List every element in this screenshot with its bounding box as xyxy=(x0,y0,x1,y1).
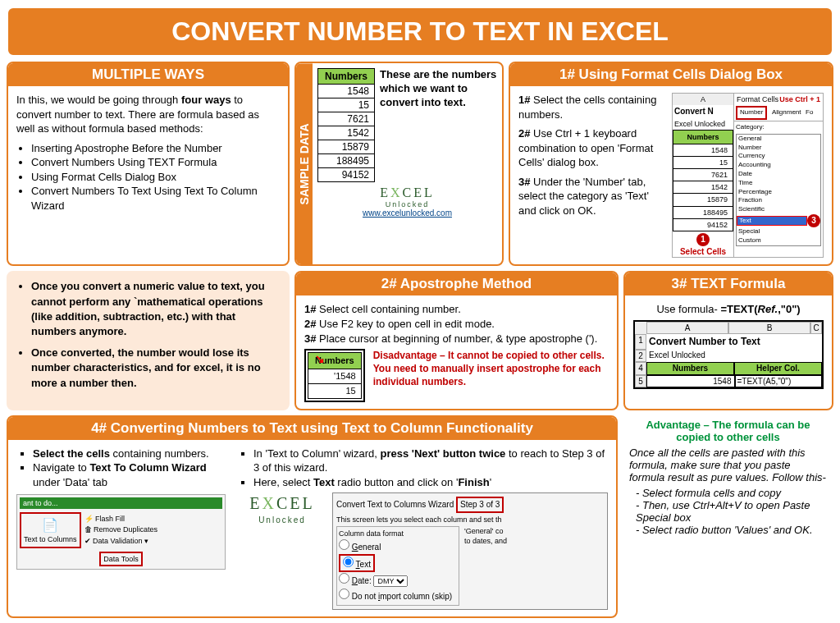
method-4-box: 4# Converting Numbers to Text using Text… xyxy=(7,415,618,618)
way-item: Inserting Apostrophe Before the Number xyxy=(31,141,280,156)
sample-table: Numbers 1548 15 7621 1542 15879 188495 9… xyxy=(317,68,375,182)
excel-unlocked-logo: EXCEL Unlocked www.excelunlocked.com xyxy=(317,186,497,218)
note-item: Once you convert a numeric value to text… xyxy=(31,279,280,339)
method-3-tail: Once all the cells are pasted with this … xyxy=(629,447,827,483)
way-item: Convert Numbers Using TEXT Formula xyxy=(31,155,280,170)
method-3-box: 3# TEXT Formula Use formula- =TEXT(Ref.,… xyxy=(623,271,833,410)
excel-unlocked-logo: EXCEL Unlocked xyxy=(237,492,327,609)
way-item: Using Format Cells Dialog Box xyxy=(31,170,280,185)
method-2-header: 2# Apostrophe Method xyxy=(296,273,617,295)
sample-data-box: SAMPLE DATA Numbers 1548 15 7621 1542 15… xyxy=(294,62,504,266)
sample-data-label: SAMPLE DATA xyxy=(296,63,313,264)
m3-step: Then, use Ctrl+Alt+V to open Paste Speci… xyxy=(636,499,827,524)
method-1-box: 1# Using Format Cells Dialog Box 1# Sele… xyxy=(509,62,833,266)
m3-step: Select radio button 'Values' and OK. xyxy=(636,524,827,536)
method-4-header: 4# Converting Numbers to Text using Text… xyxy=(8,417,616,440)
method-2-box: 2# Apostrophe Method 1# Select cell cont… xyxy=(294,271,619,410)
method-1-header: 1# Using Format Cells Dialog Box xyxy=(510,63,832,86)
date-format-select[interactable]: DMY xyxy=(373,575,408,587)
m4-step: Here, select Text radio button and click… xyxy=(253,475,608,490)
advantage-text: Advantage – The formula can be copied to… xyxy=(629,419,827,443)
m4-step: Navigate to Text To Column Wizard under … xyxy=(33,460,226,489)
sample-caption: These are the numbers which we want to c… xyxy=(380,68,497,182)
disadvantage-text: Disadvantage – It cannot be copied to ot… xyxy=(373,349,609,402)
data-ribbon-illustration: ant to do... 📄 Text to Columns ⚡ Flash F… xyxy=(16,494,226,570)
website-url: www.excelunlocked.com xyxy=(317,208,497,218)
radio-general[interactable] xyxy=(339,539,349,550)
radio-date[interactable] xyxy=(339,573,349,584)
m4-step: Select the cells containing numbers. xyxy=(33,447,226,461)
multiple-ways-intro: In this, we would be going through four … xyxy=(16,93,280,136)
format-cells-illustration: A Convert N Excel Unlocked Numbers 1548 … xyxy=(672,93,824,258)
radio-skip[interactable] xyxy=(339,589,349,599)
multiple-ways-header: MULTIPLE WAYS xyxy=(8,63,288,86)
note-item: Once converted, the number would lose it… xyxy=(31,346,280,391)
important-notes-box: Once you convert a numeric value to text… xyxy=(7,271,290,410)
radio-text[interactable] xyxy=(343,557,354,567)
way-item: Convert Numbers To Text Using Text To Co… xyxy=(31,184,280,213)
apostrophe-illustration: Numbers↘ '1548 15 xyxy=(304,349,365,402)
m3-step: Select formula cells and copy xyxy=(636,487,827,499)
page-title: CONVERT NUMBER TO TEXT IN EXCEL xyxy=(7,7,833,57)
method-3-header: 3# TEXT Formula xyxy=(625,273,832,295)
text-formula-illustration: ABC 1Convert Number to Text 2Excel Unloc… xyxy=(633,320,824,389)
multiple-ways-box: MULTIPLE WAYS In this, we would be going… xyxy=(7,62,290,266)
method-3-continuation: Advantage – The formula can be copied to… xyxy=(623,415,833,618)
text-to-column-wizard-illustration: Convert Text to Columns Wizard Step 3 of… xyxy=(332,492,608,609)
m4-step: In 'Text to Column' wizard, press 'Next'… xyxy=(253,447,608,475)
